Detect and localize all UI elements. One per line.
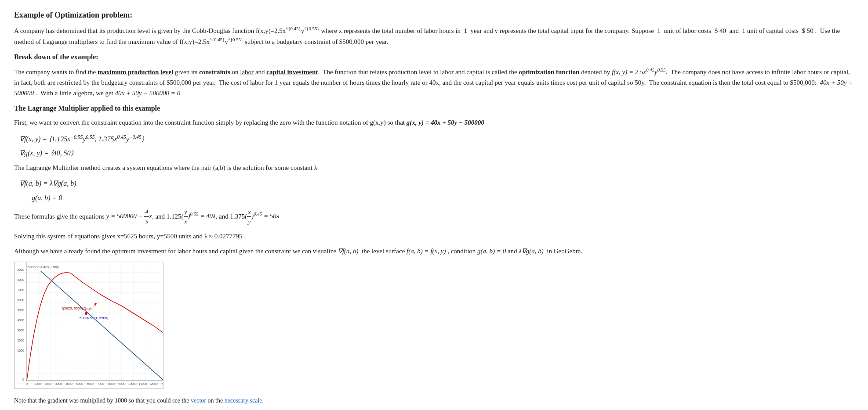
- visualization-text: Although we have already found the optim…: [14, 246, 854, 256]
- svg-text:9000: 9000: [17, 268, 24, 271]
- lagrange-intro: First, we want to convert the constraint…: [14, 117, 854, 128]
- breakdown-title: Break down of the example:: [14, 51, 854, 63]
- svg-text:6000: 6000: [87, 382, 94, 385]
- svg-text:2000: 2000: [44, 382, 51, 385]
- chart-svg: 9000 8000 7000 6000 5000 4000 3000 2000 …: [15, 262, 163, 389]
- grad-g-line: ∇g(x, y) = ⟨40, 50⟩: [19, 147, 854, 160]
- svg-text:2000: 2000: [17, 339, 24, 342]
- intro-paragraph: A company has determined that its produc…: [14, 25, 854, 47]
- svg-text:0: 0: [26, 382, 28, 385]
- svg-text:1000: 1000: [34, 382, 41, 385]
- grad-f-line: ∇f(x, y) = ⟨1.125x−0.55y0.55, 1.375x0.45…: [19, 132, 854, 145]
- lagrange-eq1: ∇f(a, b) = λ∇g(a, b): [19, 177, 854, 190]
- svg-text:9000: 9000: [118, 382, 125, 385]
- lagrange-method-text: The Lagrange Multiplier method creates a…: [14, 162, 854, 173]
- lagrange-eq2: g(a, b) = 0: [19, 192, 854, 205]
- svg-text:10000: 10000: [128, 382, 137, 385]
- svg-text:0: 0: [22, 378, 24, 381]
- svg-rect-1: [15, 262, 163, 389]
- svg-text:5000: 5000: [17, 309, 24, 312]
- svg-text:3000: 3000: [55, 382, 62, 385]
- formulas-text: These formulas give the equations y = 50…: [14, 207, 854, 227]
- page-title: Example of Optimization problem:: [14, 11, 854, 20]
- note-text: Note that the gradient was multiplied by…: [14, 396, 854, 406]
- svg-text:7000: 7000: [97, 382, 104, 385]
- svg-text:8000: 8000: [108, 382, 115, 385]
- svg-text:11000: 11000: [138, 382, 147, 385]
- svg-text:1000: 1000: [17, 349, 24, 352]
- lagrange-system: ∇f(a, b) = λ∇g(a, b) g(a, b) = 0: [19, 177, 854, 205]
- chart-top-label: 500000 = 40x + 50y: [28, 265, 59, 269]
- svg-text:4000: 4000: [65, 382, 73, 385]
- svg-text:8000: 8000: [17, 278, 24, 281]
- geogebra-chart: 9000 8000 7000 6000 5000 4000 3000 2000 …: [14, 262, 163, 389]
- solving-text: Solving this system of equations gives x…: [14, 231, 854, 241]
- lagrange-title: The Lagrange Multiplier applied to this …: [14, 103, 854, 114]
- svg-text:3000: 3000: [17, 329, 24, 332]
- svg-text:4000: 4000: [17, 319, 24, 322]
- curve-label1: f(5625, 5500) f(x,y): [62, 306, 92, 310]
- svg-text:12000: 12000: [149, 382, 158, 385]
- svg-text:6000: 6000: [17, 299, 24, 302]
- level-label: 5000f(5621, 5500): [80, 316, 109, 320]
- breakdown-paragraph: The company wants to find the maximum pr…: [14, 66, 854, 98]
- gradient-formulas: ∇f(x, y) = ⟨1.125x−0.55y0.55, 1.375x0.45…: [19, 132, 854, 160]
- svg-text:%: %: [161, 382, 163, 385]
- svg-text:5000: 5000: [76, 382, 83, 385]
- svg-text:7000: 7000: [17, 288, 24, 291]
